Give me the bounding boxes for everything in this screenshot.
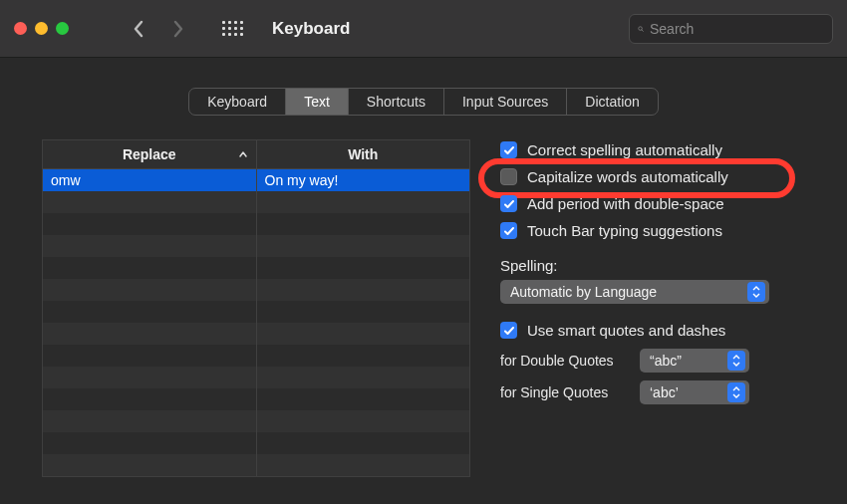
grid-icon	[222, 21, 243, 36]
col-with[interactable]: With	[257, 140, 470, 168]
window-title: Keyboard	[272, 19, 350, 39]
tab-text[interactable]: Text	[286, 89, 349, 115]
tab-keyboard[interactable]: Keyboard	[189, 89, 286, 115]
single-quotes-select[interactable]: ‘abc’	[640, 380, 749, 404]
spelling-section-label: Spelling:	[500, 257, 805, 274]
touch-bar-row: Touch Bar typing suggestions	[500, 222, 805, 239]
table-row[interactable]	[43, 454, 469, 476]
spelling-select[interactable]: Automatic by Language	[500, 280, 769, 304]
capitalize-row: Capitalize words automatically	[500, 168, 805, 185]
show-all-button[interactable]	[212, 14, 252, 44]
add-period-label: Add period with double-space	[527, 195, 724, 212]
search-field[interactable]	[629, 14, 833, 44]
chevron-updown-icon	[727, 351, 745, 371]
tab-input-sources[interactable]: Input Sources	[444, 89, 567, 115]
cell-with[interactable]: On my way!	[257, 169, 470, 191]
tab-dictation[interactable]: Dictation	[567, 89, 657, 115]
table-row[interactable]	[43, 213, 469, 235]
correct-spelling-row: Correct spelling automatically	[500, 141, 805, 158]
col-with-label: With	[348, 146, 378, 162]
search-input[interactable]	[650, 21, 824, 37]
cell-replace[interactable]: omw	[43, 169, 257, 191]
close-window-button[interactable]	[14, 22, 27, 35]
spelling-select-value: Automatic by Language	[510, 284, 657, 300]
table-row[interactable]	[43, 279, 469, 301]
table-row[interactable]	[43, 257, 469, 279]
correct-spelling-checkbox[interactable]	[500, 141, 517, 158]
table-row[interactable]	[43, 235, 469, 257]
table-row[interactable]	[43, 191, 469, 213]
zoom-window-button[interactable]	[56, 22, 69, 35]
touch-bar-label: Touch Bar typing suggestions	[527, 222, 722, 239]
smart-quotes-row: Use smart quotes and dashes	[500, 322, 805, 339]
capitalize-checkbox[interactable]	[500, 168, 517, 185]
tab-shortcuts[interactable]: Shortcuts	[349, 89, 444, 115]
correct-spelling-label: Correct spelling automatically	[527, 141, 722, 158]
table-row[interactable]	[43, 367, 469, 388]
tabs: Keyboard Text Shortcuts Input Sources Di…	[188, 88, 659, 116]
smart-quotes-checkbox[interactable]	[500, 322, 517, 339]
replacements-table[interactable]: Replace With omw On my way!	[42, 139, 470, 477]
smart-quotes-label: Use smart quotes and dashes	[527, 322, 725, 339]
double-quotes-select[interactable]: “abc”	[640, 349, 749, 373]
add-period-row: Add period with double-space	[500, 195, 805, 212]
add-period-checkbox[interactable]	[500, 195, 517, 212]
table-row[interactable]	[43, 432, 469, 454]
search-icon	[638, 22, 644, 36]
sort-caret-icon	[238, 146, 248, 162]
capitalize-label: Capitalize words automatically	[527, 168, 728, 185]
table-row[interactable]	[43, 323, 469, 345]
back-button[interactable]	[119, 14, 158, 44]
table-row[interactable]	[43, 301, 469, 323]
svg-line-1	[642, 29, 643, 30]
single-quotes-value: ‘abc’	[650, 384, 679, 400]
double-quotes-value: “abc”	[650, 353, 682, 369]
col-replace-label: Replace	[123, 146, 176, 162]
nav-arrows	[119, 14, 198, 44]
single-quotes-label: for Single Quotes	[500, 384, 630, 400]
table-header: Replace With	[43, 140, 469, 169]
window-controls	[14, 22, 69, 35]
minimize-window-button[interactable]	[35, 22, 48, 35]
table-row[interactable]: omw On my way!	[43, 169, 469, 191]
chevron-updown-icon	[727, 382, 745, 402]
table-row[interactable]	[43, 345, 469, 367]
titlebar: Keyboard	[0, 0, 847, 58]
table-row[interactable]	[43, 410, 469, 432]
forward-button[interactable]	[158, 14, 198, 44]
touch-bar-checkbox[interactable]	[500, 222, 517, 239]
chevron-updown-icon	[747, 282, 765, 302]
double-quotes-label: for Double Quotes	[500, 353, 630, 369]
col-replace[interactable]: Replace	[43, 140, 257, 168]
options-panel: Correct spelling automatically Capitaliz…	[500, 139, 805, 412]
table-row[interactable]	[43, 388, 469, 410]
